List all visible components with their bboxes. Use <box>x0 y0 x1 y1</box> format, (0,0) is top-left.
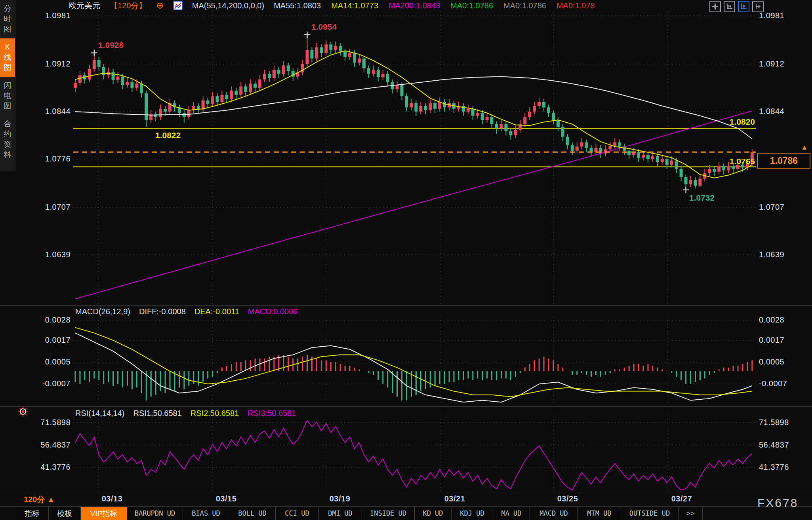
date-label: 03/13 <box>102 494 123 503</box>
rsi3-value: RSI3:50.6581 <box>248 409 296 418</box>
candle-body <box>88 69 91 79</box>
date-label: 03/15 <box>216 494 237 503</box>
macd-axis-label: 0.0005 <box>15 357 71 366</box>
candle-body <box>74 83 77 88</box>
candle-body <box>547 107 550 113</box>
candle-body <box>538 102 541 106</box>
tab-模板[interactable]: 模板 <box>49 507 81 520</box>
price-scroll-arrow-icon[interactable]: ▲ <box>801 143 808 152</box>
candle-body <box>386 74 389 82</box>
sidebar-item-闪电图[interactable]: 闪 电 图 <box>0 77 15 115</box>
tab-MA_UD[interactable]: MA_UD <box>493 507 530 520</box>
macd-axis-label: 0.0017 <box>15 336 71 345</box>
candle-body <box>481 113 484 120</box>
price-axis-label: 1.0981 <box>15 11 71 20</box>
macd-title: MACD(26,12,9) <box>75 307 130 316</box>
axis-play-icon[interactable] <box>738 1 749 12</box>
macd-axis-label: 0.0028 <box>759 315 784 325</box>
tab-指标[interactable]: 指标 <box>16 507 49 520</box>
candle-body <box>637 152 640 158</box>
move-icon[interactable] <box>709 1 721 12</box>
timeframe-button[interactable]: 120分 ▲ <box>24 494 55 505</box>
tab-CCI_UD[interactable]: CCI_UD <box>276 507 319 520</box>
candle-body <box>665 159 669 165</box>
rsi-axis-label: 71.5898 <box>15 418 71 427</box>
candle-body <box>727 166 730 171</box>
candle-body <box>424 106 427 110</box>
candle-body <box>329 44 332 50</box>
candle-body <box>93 60 96 69</box>
alert-icon[interactable] <box>17 406 29 417</box>
symbol-title: 欧元美元 <box>69 0 100 11</box>
tab-KDJ_UD[interactable]: KDJ_UD <box>452 507 493 520</box>
tab-DMI_UD[interactable]: DMI_UD <box>319 507 362 520</box>
candle-body <box>561 127 564 137</box>
candle-body <box>419 106 422 112</box>
sidebar-item-合约资料[interactable]: 合 约 资 料 <box>0 115 15 164</box>
chart-type-icon[interactable] <box>173 1 183 10</box>
tab-MACD_UD[interactable]: MACD_UD <box>530 507 578 520</box>
rsi-axis-label: 56.4837 <box>759 440 789 450</box>
sidebar-item-K线图[interactable]: K 线 图 <box>0 38 15 77</box>
axis-height-icon[interactable] <box>724 1 735 12</box>
candle-body <box>680 169 683 177</box>
candle-body <box>135 84 138 88</box>
candle-body <box>585 142 588 148</box>
support-level-label-right: 1.0765 <box>717 157 755 166</box>
resistance-level-label: 1.0820 <box>717 117 755 127</box>
macd-diff-line <box>75 333 752 402</box>
candle-body <box>97 60 101 67</box>
ma-value: MA14:1.0773 <box>331 1 378 10</box>
price-axis-label: 1.0844 <box>15 107 71 116</box>
price-axis-label: 1.0639 <box>15 250 71 259</box>
chart-canvas[interactable] <box>0 0 812 520</box>
watermark: FX678 <box>757 496 798 510</box>
tab->>[interactable]: >> <box>679 507 703 520</box>
tab-INSIDE_UD[interactable]: INSIDE_UD <box>362 507 415 520</box>
candle-body <box>216 96 219 102</box>
candle-body <box>566 137 569 145</box>
candle-body <box>462 106 465 112</box>
tab-BARUPDN_UD[interactable]: BARUPDN_UD <box>127 507 183 520</box>
candle-body <box>486 117 489 120</box>
candle-body <box>684 177 688 184</box>
candle-body <box>467 109 470 112</box>
panel-divider <box>0 506 812 507</box>
tab-VIP指标[interactable]: VIP指标 <box>81 507 127 520</box>
tab-KD_UD[interactable]: KD_UD <box>415 507 452 520</box>
candle-body <box>254 84 257 88</box>
candle-body <box>717 166 721 172</box>
candle-body <box>268 74 271 78</box>
window-toolbar <box>709 1 764 12</box>
date-label: 03/25 <box>557 494 578 503</box>
candle-body <box>713 169 716 172</box>
tab-BIAS_UD[interactable]: BIAS_UD <box>183 507 229 520</box>
zoom-plus-icon[interactable]: ⊕ <box>156 1 163 10</box>
tab-MTM_UD[interactable]: MTM_UD <box>578 507 621 520</box>
tab-BOLL_UD[interactable]: BOLL_UD <box>229 507 276 520</box>
candle-body <box>145 93 148 120</box>
sidebar-item-分时图[interactable]: 分 时 图 <box>0 0 15 38</box>
swing-low-label: 1.0732 <box>689 193 715 203</box>
macd-diff-value: DIFF:-0.0008 <box>139 307 186 316</box>
rsi-title: RSI(14,14,14) <box>75 409 125 418</box>
tab-OUTSIDE_UD[interactable]: OUTSIDE_UD <box>621 507 679 520</box>
candle-body <box>78 75 82 83</box>
panel-divider <box>0 305 812 306</box>
rsi-header: RSI(14,14,14) RSI1:50.6581 RSI2:50.6581 … <box>75 409 296 418</box>
candle-body <box>429 103 432 110</box>
ma-values: MA55:1.0803MA14:1.0773MA200:1.0843MA0:1.… <box>274 1 595 10</box>
macd-dea-value: DEA:-0.0011 <box>194 307 239 316</box>
candle-body <box>476 113 479 116</box>
candle-body <box>552 113 555 120</box>
candle-body <box>334 46 337 50</box>
indicator-tabbar: 指标模板VIP指标BARUPDN_UDBIAS_UDBOLL_UDCCI_UDD… <box>16 507 703 520</box>
candle-body <box>504 124 507 131</box>
axis-shift-icon[interactable] <box>752 1 764 12</box>
last-price-value: 1.0786 <box>770 156 798 166</box>
panel-divider <box>0 406 812 407</box>
period-badge: 【120分】 <box>110 0 147 11</box>
candle-body <box>571 145 574 151</box>
candle-body <box>324 44 328 53</box>
ma-value: MA200:1.0843 <box>389 1 440 10</box>
